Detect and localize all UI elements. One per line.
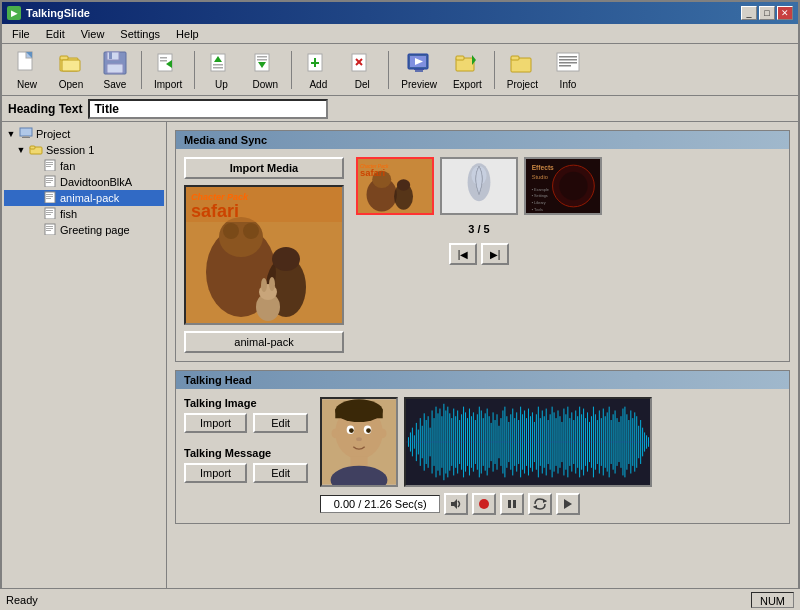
add-button[interactable]: Add xyxy=(298,46,338,93)
svg-point-86 xyxy=(397,179,410,190)
svg-rect-61 xyxy=(46,210,53,211)
svg-point-80 xyxy=(261,278,267,292)
svg-rect-5 xyxy=(62,60,80,71)
talking-message-edit-button[interactable]: Edit xyxy=(253,463,308,483)
minimize-button[interactable]: _ xyxy=(741,6,757,20)
del-button[interactable]: Del xyxy=(342,46,382,93)
talking-left-section: Talking Image Import Edit Talking Messag… xyxy=(184,397,308,483)
talking-image-label: Talking Image xyxy=(184,397,308,409)
svg-rect-20 xyxy=(257,56,267,58)
svg-point-94 xyxy=(559,172,587,200)
tree-fish-label: fish xyxy=(60,208,77,220)
status-bar: Ready NUM xyxy=(0,588,800,610)
import-button[interactable]: Import xyxy=(148,46,188,93)
nav-buttons: |◀ ▶| xyxy=(449,243,509,265)
import-media-button[interactable]: Import Media xyxy=(184,157,344,179)
close-button[interactable]: ✕ xyxy=(777,6,793,20)
svg-rect-66 xyxy=(46,228,53,229)
info-label: Info xyxy=(560,79,577,90)
menu-view[interactable]: View xyxy=(75,27,111,41)
svg-rect-55 xyxy=(46,182,51,183)
thumb-2[interactable] xyxy=(440,157,518,215)
talking-head-title: Talking Head xyxy=(184,374,252,386)
tree-project[interactable]: ▼ Project xyxy=(4,126,164,142)
nav-next-button[interactable]: ▶| xyxy=(481,243,509,265)
talking-head-header: Talking Head xyxy=(176,371,789,389)
tree-fish[interactable]: fish xyxy=(4,206,164,222)
media-left-section: Import Media Chacter Pack safari xyxy=(184,157,344,353)
svg-rect-60 xyxy=(45,208,55,219)
new-button[interactable]: New xyxy=(7,46,47,93)
maximize-button[interactable]: □ xyxy=(759,6,775,20)
svg-rect-54 xyxy=(46,180,53,181)
title-bar-buttons[interactable]: _ □ ✕ xyxy=(741,6,793,20)
talking-message-import-button[interactable]: Import xyxy=(184,463,247,483)
thumb-1[interactable]: Chacter Pack safari xyxy=(356,157,434,215)
expand-project[interactable]: ▼ xyxy=(6,129,16,139)
page-icon-fan xyxy=(43,159,57,173)
menu-file[interactable]: File xyxy=(6,27,36,41)
tree-fan[interactable]: fan xyxy=(4,158,164,174)
talking-image-import-button[interactable]: Import xyxy=(184,413,247,433)
menu-settings[interactable]: Settings xyxy=(114,27,166,41)
toolbar-separator-3 xyxy=(291,51,292,89)
svg-point-108 xyxy=(366,428,371,433)
talking-image-edit-button[interactable]: Edit xyxy=(253,413,308,433)
play-button[interactable] xyxy=(556,493,580,515)
tree-greeting[interactable]: Greeting page xyxy=(4,222,164,238)
info-button[interactable]: Info xyxy=(548,46,588,93)
svg-rect-58 xyxy=(46,196,53,197)
svg-rect-57 xyxy=(46,194,53,195)
media-sync-body: Import Media Chacter Pack safari xyxy=(176,149,789,361)
tree-davidtoon-label: DavidtoonBlkA xyxy=(60,176,132,188)
import-label: Import xyxy=(154,79,182,90)
open-button[interactable]: Open xyxy=(51,46,91,93)
menu-edit[interactable]: Edit xyxy=(40,27,71,41)
down-button[interactable]: Down xyxy=(245,46,285,93)
svg-marker-243 xyxy=(543,499,547,503)
expand-session1[interactable]: ▼ xyxy=(16,145,26,155)
del-icon xyxy=(348,49,376,77)
preview-button[interactable]: Preview xyxy=(395,46,443,93)
record-button[interactable] xyxy=(472,493,496,515)
svg-point-107 xyxy=(349,428,354,433)
preview-label: Preview xyxy=(401,79,437,90)
tree-session1[interactable]: ▼ Session 1 xyxy=(4,142,164,158)
talking-image-section: Talking Image Import Edit xyxy=(184,397,308,433)
thumb-3-image: Effects Studio ▪ Example ▪ Settings ▪ Li… xyxy=(526,157,600,215)
heading-bar: Heading Text xyxy=(2,96,798,122)
svg-rect-241 xyxy=(508,500,511,508)
svg-point-81 xyxy=(269,277,275,291)
save-button[interactable]: Save xyxy=(95,46,135,93)
nav-first-button[interactable]: |◀ xyxy=(449,243,477,265)
svg-rect-45 xyxy=(22,137,30,138)
svg-rect-37 xyxy=(511,56,519,60)
export-button[interactable]: Export xyxy=(447,46,488,93)
project-button[interactable]: Project xyxy=(501,46,544,93)
up-button[interactable]: Up xyxy=(201,46,241,93)
svg-rect-32 xyxy=(414,69,424,70)
avatar-thumbnail xyxy=(320,397,398,487)
export-icon xyxy=(453,49,481,77)
down-label: Down xyxy=(253,79,279,90)
svg-point-71 xyxy=(223,223,239,239)
svg-rect-59 xyxy=(46,198,51,199)
talking-right-section: 0.00 / 21.26 Sec(s) xyxy=(320,397,652,515)
talking-message-label: Talking Message xyxy=(184,447,308,459)
svg-rect-48 xyxy=(45,160,55,171)
tree-davidtoon[interactable]: DavidtoonBlkA xyxy=(4,174,164,190)
svg-rect-12 xyxy=(160,57,167,59)
status-text: Ready xyxy=(6,594,38,606)
waveform-svg xyxy=(406,399,650,485)
menu-help[interactable]: Help xyxy=(170,27,205,41)
thumb-3[interactable]: Effects Studio ▪ Example ▪ Settings ▪ Li… xyxy=(524,157,602,215)
heading-input[interactable] xyxy=(88,99,328,119)
svg-rect-242 xyxy=(513,500,516,508)
new-label: New xyxy=(17,79,37,90)
tree-animal-pack[interactable]: animal-pack xyxy=(4,190,164,206)
loop-button[interactable] xyxy=(528,493,552,515)
svg-rect-64 xyxy=(45,224,55,235)
volume-button[interactable] xyxy=(444,493,468,515)
media-thumbnail: Chacter Pack safari xyxy=(184,185,344,325)
pause-button[interactable] xyxy=(500,493,524,515)
